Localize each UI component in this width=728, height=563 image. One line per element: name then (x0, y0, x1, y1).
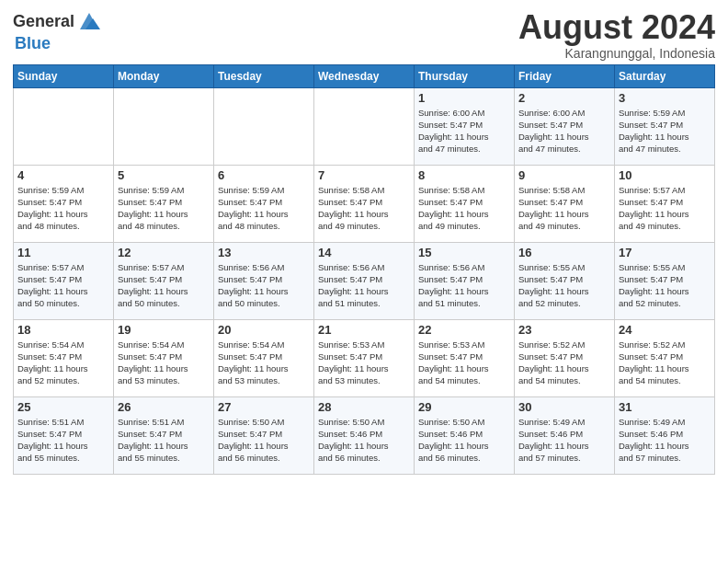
day-info: Sunrise: 5:59 AM Sunset: 5:47 PM Dayligh… (17, 184, 109, 233)
day-info: Sunrise: 5:59 AM Sunset: 5:47 PM Dayligh… (218, 184, 310, 233)
calendar-week-4: 18Sunrise: 5:54 AM Sunset: 5:47 PM Dayli… (14, 319, 715, 396)
day-number: 27 (218, 400, 310, 414)
calendar-cell (114, 87, 214, 165)
calendar-cell: 20Sunrise: 5:54 AM Sunset: 5:47 PM Dayli… (214, 319, 314, 396)
logo-text-general: General (13, 13, 74, 31)
day-info: Sunrise: 5:54 AM Sunset: 5:47 PM Dayligh… (118, 339, 210, 387)
calendar-cell: 24Sunrise: 5:52 AM Sunset: 5:47 PM Dayli… (615, 319, 715, 396)
day-number: 9 (518, 168, 610, 182)
day-info: Sunrise: 5:57 AM Sunset: 5:47 PM Dayligh… (619, 184, 711, 233)
day-number: 8 (418, 168, 510, 182)
calendar-cell: 26Sunrise: 5:51 AM Sunset: 5:47 PM Dayli… (114, 396, 214, 474)
day-info: Sunrise: 5:56 AM Sunset: 5:47 PM Dayligh… (318, 261, 410, 310)
col-saturday: Saturday (615, 64, 715, 87)
calendar-cell (14, 87, 114, 165)
day-number: 14 (318, 246, 410, 259)
calendar-cell: 16Sunrise: 5:55 AM Sunset: 5:47 PM Dayli… (515, 242, 615, 319)
calendar-cell: 11Sunrise: 5:57 AM Sunset: 5:47 PM Dayli… (14, 242, 114, 319)
calendar-cell: 14Sunrise: 5:56 AM Sunset: 5:47 PM Dayli… (314, 242, 415, 319)
day-info: Sunrise: 5:52 AM Sunset: 5:47 PM Dayligh… (619, 339, 711, 387)
day-info: Sunrise: 5:57 AM Sunset: 5:47 PM Dayligh… (118, 261, 210, 310)
day-info: Sunrise: 5:59 AM Sunset: 5:47 PM Dayligh… (118, 184, 210, 233)
col-thursday: Thursday (415, 64, 515, 87)
day-number: 7 (318, 168, 410, 182)
page-container: General Blue August 2024 Karangnunggal, … (0, 0, 728, 482)
day-info: Sunrise: 6:00 AM Sunset: 5:47 PM Dayligh… (418, 107, 510, 155)
calendar-cell: 6Sunrise: 5:59 AM Sunset: 5:47 PM Daylig… (214, 165, 314, 242)
calendar-cell: 18Sunrise: 5:54 AM Sunset: 5:47 PM Dayli… (14, 319, 114, 396)
day-number: 23 (518, 323, 610, 337)
calendar-cell: 22Sunrise: 5:53 AM Sunset: 5:47 PM Dayli… (415, 319, 515, 396)
calendar-cell: 12Sunrise: 5:57 AM Sunset: 5:47 PM Dayli… (114, 242, 214, 319)
calendar-cell: 25Sunrise: 5:51 AM Sunset: 5:47 PM Dayli… (14, 396, 114, 474)
day-info: Sunrise: 5:50 AM Sunset: 5:46 PM Dayligh… (418, 416, 510, 465)
calendar-table: Sunday Monday Tuesday Wednesday Thursday… (13, 64, 715, 475)
calendar-cell: 27Sunrise: 5:50 AM Sunset: 5:47 PM Dayli… (214, 396, 314, 474)
day-number: 1 (418, 91, 510, 105)
calendar-cell: 8Sunrise: 5:58 AM Sunset: 5:47 PM Daylig… (415, 165, 515, 242)
calendar-week-5: 25Sunrise: 5:51 AM Sunset: 5:47 PM Dayli… (14, 396, 715, 474)
day-info: Sunrise: 5:57 AM Sunset: 5:47 PM Dayligh… (17, 261, 109, 310)
day-info: Sunrise: 5:54 AM Sunset: 5:47 PM Dayligh… (218, 339, 310, 387)
calendar-cell: 19Sunrise: 5:54 AM Sunset: 5:47 PM Dayli… (114, 319, 214, 396)
day-number: 18 (17, 323, 109, 337)
day-number: 3 (619, 91, 711, 105)
day-info: Sunrise: 5:51 AM Sunset: 5:47 PM Dayligh… (17, 416, 109, 465)
day-number: 31 (619, 400, 711, 414)
day-info: Sunrise: 5:56 AM Sunset: 5:47 PM Dayligh… (218, 261, 310, 310)
calendar-cell: 15Sunrise: 5:56 AM Sunset: 5:47 PM Dayli… (415, 242, 515, 319)
day-info: Sunrise: 5:58 AM Sunset: 5:47 PM Dayligh… (518, 184, 610, 233)
day-info: Sunrise: 5:49 AM Sunset: 5:46 PM Dayligh… (518, 416, 610, 465)
col-sunday: Sunday (14, 64, 114, 87)
header-row: Sunday Monday Tuesday Wednesday Thursday… (14, 64, 715, 87)
day-info: Sunrise: 5:50 AM Sunset: 5:47 PM Dayligh… (218, 416, 310, 465)
day-info: Sunrise: 5:55 AM Sunset: 5:47 PM Dayligh… (619, 261, 711, 310)
day-number: 29 (418, 400, 510, 414)
day-info: Sunrise: 5:59 AM Sunset: 5:47 PM Dayligh… (619, 107, 711, 155)
day-info: Sunrise: 5:51 AM Sunset: 5:47 PM Dayligh… (118, 416, 210, 465)
header: General Blue August 2024 Karangnunggal, … (13, 9, 715, 61)
day-number: 28 (318, 400, 410, 414)
calendar-cell: 4Sunrise: 5:59 AM Sunset: 5:47 PM Daylig… (14, 165, 114, 242)
logo-icon (76, 9, 102, 35)
day-info: Sunrise: 6:00 AM Sunset: 5:47 PM Dayligh… (518, 107, 610, 155)
day-number: 30 (518, 400, 610, 414)
day-number: 13 (218, 246, 310, 259)
title-block: August 2024 Karangnunggal, Indonesia (518, 9, 715, 61)
calendar-week-1: 1Sunrise: 6:00 AM Sunset: 5:47 PM Daylig… (14, 87, 715, 165)
calendar-cell (214, 87, 314, 165)
day-number: 5 (118, 168, 210, 182)
day-number: 16 (518, 246, 610, 259)
day-info: Sunrise: 5:58 AM Sunset: 5:47 PM Dayligh… (318, 184, 410, 233)
col-wednesday: Wednesday (314, 64, 415, 87)
day-number: 21 (318, 323, 410, 337)
calendar-week-2: 4Sunrise: 5:59 AM Sunset: 5:47 PM Daylig… (14, 165, 715, 242)
calendar-cell: 2Sunrise: 6:00 AM Sunset: 5:47 PM Daylig… (515, 87, 615, 165)
month-year-title: August 2024 (518, 9, 715, 46)
day-number: 12 (118, 246, 210, 259)
day-number: 19 (118, 323, 210, 337)
calendar-cell: 28Sunrise: 5:50 AM Sunset: 5:46 PM Dayli… (314, 396, 415, 474)
calendar-cell: 13Sunrise: 5:56 AM Sunset: 5:47 PM Dayli… (214, 242, 314, 319)
day-number: 20 (218, 323, 310, 337)
day-number: 10 (619, 168, 711, 182)
day-number: 26 (118, 400, 210, 414)
col-tuesday: Tuesday (214, 64, 314, 87)
day-number: 11 (17, 246, 109, 259)
day-number: 4 (17, 168, 109, 182)
day-info: Sunrise: 5:52 AM Sunset: 5:47 PM Dayligh… (518, 339, 610, 387)
calendar-cell: 7Sunrise: 5:58 AM Sunset: 5:47 PM Daylig… (314, 165, 415, 242)
calendar-cell: 31Sunrise: 5:49 AM Sunset: 5:46 PM Dayli… (615, 396, 715, 474)
location-subtitle: Karangnunggal, Indonesia (518, 46, 715, 61)
calendar-cell: 23Sunrise: 5:52 AM Sunset: 5:47 PM Dayli… (515, 319, 615, 396)
calendar-cell: 17Sunrise: 5:55 AM Sunset: 5:47 PM Dayli… (615, 242, 715, 319)
day-info: Sunrise: 5:58 AM Sunset: 5:47 PM Dayligh… (418, 184, 510, 233)
col-friday: Friday (515, 64, 615, 87)
day-info: Sunrise: 5:53 AM Sunset: 5:47 PM Dayligh… (318, 339, 410, 387)
day-number: 2 (518, 91, 610, 105)
calendar-cell: 21Sunrise: 5:53 AM Sunset: 5:47 PM Dayli… (314, 319, 415, 396)
calendar-cell: 29Sunrise: 5:50 AM Sunset: 5:46 PM Dayli… (415, 396, 515, 474)
calendar-cell: 10Sunrise: 5:57 AM Sunset: 5:47 PM Dayli… (615, 165, 715, 242)
day-info: Sunrise: 5:54 AM Sunset: 5:47 PM Dayligh… (17, 339, 109, 387)
calendar-cell: 5Sunrise: 5:59 AM Sunset: 5:47 PM Daylig… (114, 165, 214, 242)
